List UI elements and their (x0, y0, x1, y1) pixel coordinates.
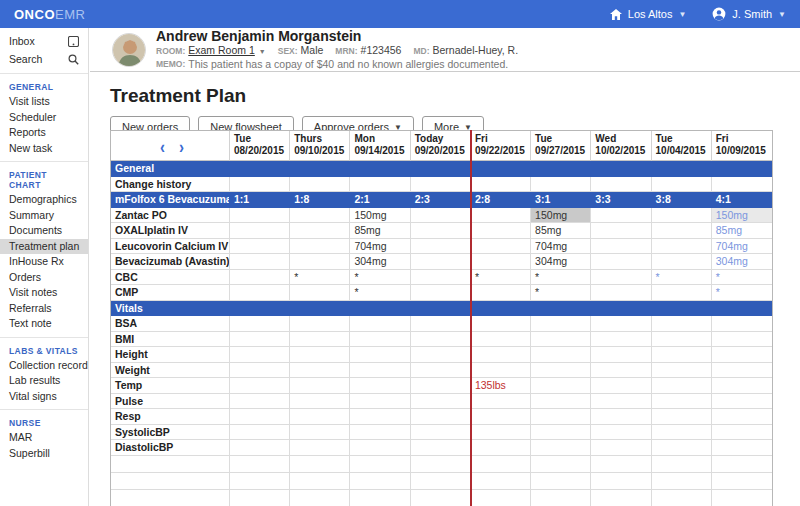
cell-pulse-08-20-2015[interactable] (230, 394, 290, 410)
cell-diastolicbp-09-10-2015[interactable] (290, 440, 350, 456)
row-label-diastolicbp[interactable]: DiastolicBP (111, 440, 230, 456)
cell-resp-09-27-2015[interactable] (531, 409, 591, 425)
cell-change-history-10-04-2015[interactable] (652, 177, 712, 193)
cell-pulse-10-02-2015[interactable] (591, 394, 651, 410)
cell-diastolicbp-10-09-2015[interactable] (712, 440, 772, 456)
cell-change-history-10-09-2015[interactable] (712, 177, 772, 193)
cell-height-10-04-2015[interactable] (652, 347, 712, 363)
cell-oxaliplatin-iv-09-20-2015[interactable] (411, 223, 471, 239)
cell-mfolfox-6-bevacuzumab-09-10-2015[interactable]: 1:8 (290, 192, 350, 208)
sidebar-item-demographics[interactable]: Demographics (0, 192, 88, 208)
sidebar-item-new-task[interactable]: New task (0, 141, 88, 157)
column-header-10-02-2015[interactable]: Wed10/02/2015 (591, 131, 651, 161)
user-menu[interactable]: J. Smith ▼ (712, 7, 786, 21)
cell-cmp-09-20-2015[interactable] (411, 285, 471, 301)
cell-temp-10-02-2015[interactable] (591, 378, 651, 394)
cell-pulse-09-22-2015[interactable] (471, 394, 531, 410)
cell-bsa-09-10-2015[interactable] (290, 316, 350, 332)
cell-zantac-po-09-10-2015[interactable] (290, 208, 350, 224)
cell-leucovorin-calcium-iv-10-09-2015[interactable]: 704mg (712, 239, 772, 255)
cell-bsa-08-20-2015[interactable] (230, 316, 290, 332)
cell-diastolicbp-09-27-2015[interactable] (531, 440, 591, 456)
cell-zantac-po-08-20-2015[interactable] (230, 208, 290, 224)
cell-cbc-10-04-2015[interactable]: * (652, 270, 712, 286)
sidebar-item-superbill[interactable]: Superbill (0, 446, 88, 462)
cell-bsa-09-27-2015[interactable] (531, 316, 591, 332)
cell-diastolicbp-10-04-2015[interactable] (652, 440, 712, 456)
cell-bmi-09-14-2015[interactable] (350, 332, 410, 348)
cell-bevacizumab-avastin-iv-10-09-2015[interactable]: 304mg (712, 254, 772, 270)
cell-cbc-10-02-2015[interactable] (591, 270, 651, 286)
cell-temp-09-27-2015[interactable] (531, 378, 591, 394)
cell-change-history-09-14-2015[interactable] (350, 177, 410, 193)
column-header-10-09-2015[interactable]: Fri10/09/2015 (712, 131, 772, 161)
sidebar-item-treatment-plan[interactable]: Treatment plan (0, 239, 88, 255)
cell-bevacizumab-avastin-iv-08-20-2015[interactable] (230, 254, 290, 270)
row-label-systolicbp[interactable]: SystolicBP (111, 425, 230, 441)
column-header-09-20-2015[interactable]: Today09/20/2015 (411, 131, 471, 161)
cell-systolicbp-10-09-2015[interactable] (712, 425, 772, 441)
cell-weight-10-09-2015[interactable] (712, 363, 772, 379)
cell-systolicbp-10-04-2015[interactable] (652, 425, 712, 441)
cell-bmi-08-20-2015[interactable] (230, 332, 290, 348)
column-header-09-10-2015[interactable]: Thurs09/10/2015 (290, 131, 350, 161)
cell-diastolicbp-09-22-2015[interactable] (471, 440, 531, 456)
cell-height-08-20-2015[interactable] (230, 347, 290, 363)
cell-bevacizumab-avastin-iv-10-04-2015[interactable] (652, 254, 712, 270)
cell-systolicbp-08-20-2015[interactable] (230, 425, 290, 441)
room-dropdown[interactable]: Exam Room 1 (188, 44, 255, 57)
cell-change-history-09-20-2015[interactable] (411, 177, 471, 193)
cell-pulse-09-20-2015[interactable] (411, 394, 471, 410)
cell-bmi-09-22-2015[interactable] (471, 332, 531, 348)
cell-bmi-09-10-2015[interactable] (290, 332, 350, 348)
cell-mfolfox-6-bevacuzumab-09-14-2015[interactable]: 2:1 (350, 192, 410, 208)
cell-cbc-10-09-2015[interactable]: * (712, 270, 772, 286)
location-menu[interactable]: Los Altos ▼ (610, 8, 687, 20)
cell-oxaliplatin-iv-08-20-2015[interactable] (230, 223, 290, 239)
cell-height-09-14-2015[interactable] (350, 347, 410, 363)
cell-bevacizumab-avastin-iv-09-22-2015[interactable] (471, 254, 531, 270)
row-label-temp[interactable]: Temp (111, 378, 230, 394)
sidebar-item-lab-results[interactable]: Lab results (0, 373, 88, 389)
cell-mfolfox-6-bevacuzumab-09-27-2015[interactable]: 3:1 (531, 192, 591, 208)
cell-leucovorin-calcium-iv-09-20-2015[interactable] (411, 239, 471, 255)
cell-resp-08-20-2015[interactable] (230, 409, 290, 425)
cell-bmi-09-27-2015[interactable] (531, 332, 591, 348)
cell-oxaliplatin-iv-10-04-2015[interactable] (652, 223, 712, 239)
row-label-bevacizumab-avastin-iv[interactable]: Bevacizumab (Avastin) IV (111, 254, 230, 270)
cell-systolicbp-09-14-2015[interactable] (350, 425, 410, 441)
cell-cmp-09-10-2015[interactable] (290, 285, 350, 301)
cell-cbc-09-14-2015[interactable]: * (350, 270, 410, 286)
row-label-height[interactable]: Height (111, 347, 230, 363)
cell-change-history-08-20-2015[interactable] (230, 177, 290, 193)
cell-oxaliplatin-iv-09-10-2015[interactable] (290, 223, 350, 239)
row-label-change-history[interactable]: Change history (111, 177, 230, 193)
cell-resp-10-02-2015[interactable] (591, 409, 651, 425)
sidebar-item-orders[interactable]: Orders (0, 270, 88, 286)
cell-pulse-09-10-2015[interactable] (290, 394, 350, 410)
cell-diastolicbp-08-20-2015[interactable] (230, 440, 290, 456)
cell-cmp-09-14-2015[interactable]: * (350, 285, 410, 301)
cell-height-09-27-2015[interactable] (531, 347, 591, 363)
cell-bmi-10-04-2015[interactable] (652, 332, 712, 348)
cell-oxaliplatin-iv-09-14-2015[interactable]: 85mg (350, 223, 410, 239)
cell-pulse-10-04-2015[interactable] (652, 394, 712, 410)
cell-weight-09-22-2015[interactable] (471, 363, 531, 379)
cell-leucovorin-calcium-iv-09-14-2015[interactable]: 704mg (350, 239, 410, 255)
column-header-10-04-2015[interactable]: Tue10/04/2015 (652, 131, 712, 161)
sidebar-item-referrals[interactable]: Referrals (0, 301, 88, 317)
sidebar-item-text-note[interactable]: Text note (0, 316, 88, 332)
sidebar-item-visit-lists[interactable]: Visit lists (0, 94, 88, 110)
cell-zantac-po-09-22-2015[interactable] (471, 208, 531, 224)
sidebar-item-documents[interactable]: Documents (0, 223, 88, 239)
cell-cmp-10-02-2015[interactable] (591, 285, 651, 301)
cell-weight-08-20-2015[interactable] (230, 363, 290, 379)
row-label-cbc[interactable]: CBC (111, 270, 230, 286)
cell-cmp-09-27-2015[interactable]: * (531, 285, 591, 301)
cell-bsa-09-22-2015[interactable] (471, 316, 531, 332)
prev-dates-button[interactable]: ‹ (160, 138, 165, 156)
cell-height-10-09-2015[interactable] (712, 347, 772, 363)
cell-pulse-09-14-2015[interactable] (350, 394, 410, 410)
cell-cmp-09-22-2015[interactable] (471, 285, 531, 301)
cell-leucovorin-calcium-iv-09-10-2015[interactable] (290, 239, 350, 255)
